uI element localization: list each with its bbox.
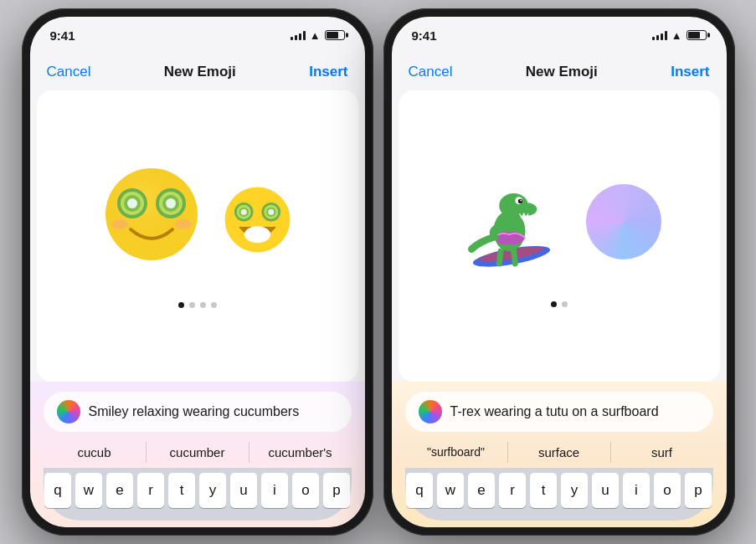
cucumber-laugh-svg	[222, 184, 293, 255]
dot-4-left	[211, 302, 217, 308]
key-p-right[interactable]: p	[685, 473, 712, 508]
dot-2-left	[189, 302, 195, 308]
keyboard-right: q w e r t y u i o p	[405, 468, 713, 521]
signal-icon-right	[652, 30, 667, 40]
screen-left: 9:41 ▲ Cancel New Emoji Insert	[30, 17, 365, 527]
pred-word-2-left[interactable]: cucumber	[147, 442, 249, 463]
predictive-row-left: cucub cucumber cucumber's	[44, 439, 352, 468]
trex-svg	[457, 166, 566, 275]
genmoji-icon-right	[419, 400, 442, 423]
phone-right: 9:41 ▲ Cancel New Emoji Insert	[383, 8, 735, 536]
input-section-left: Smiley relaxing wearing cucumbers cucub …	[30, 382, 365, 527]
key-q-left[interactable]: q	[44, 473, 71, 508]
search-row-right[interactable]: T-rex wearing a tutu on a surfboard	[405, 392, 713, 432]
key-u-right[interactable]: u	[592, 473, 619, 508]
key-t-left[interactable]: t	[168, 473, 195, 508]
pred-word-3-left[interactable]: cucumber's	[249, 442, 352, 463]
key-e-left[interactable]: e	[106, 473, 133, 508]
status-bar-right: 9:41 ▲	[392, 17, 727, 54]
key-row-1-left: q w e r t y u i o p	[47, 473, 348, 508]
key-e-right[interactable]: e	[468, 473, 495, 508]
pred-word-2-right[interactable]: surface	[508, 442, 611, 463]
page-dots-right	[551, 301, 568, 307]
status-time-right: 9:41	[412, 28, 437, 43]
trex-surfing-emoji[interactable]	[457, 166, 566, 278]
svg-point-21	[244, 226, 270, 243]
search-field-right[interactable]: T-rex wearing a tutu on a surfboard	[450, 404, 700, 419]
pred-word-3-right[interactable]: surf	[611, 442, 713, 463]
emoji-display-right	[399, 90, 720, 382]
key-r-left[interactable]: r	[137, 473, 164, 508]
dot-1-left	[178, 302, 184, 308]
pred-word-1-left[interactable]: cucub	[44, 442, 147, 463]
nav-bar-right: Cancel New Emoji Insert	[392, 54, 727, 90]
status-icons-left: ▲	[291, 29, 345, 42]
loading-circle-right	[586, 184, 661, 259]
svg-point-30	[520, 199, 522, 201]
emoji-main-left[interactable]	[101, 164, 202, 279]
search-row-left[interactable]: Smiley relaxing wearing cucumbers	[44, 392, 352, 432]
key-r-right[interactable]: r	[499, 473, 526, 508]
emoji-grid-left	[85, 147, 310, 295]
page-dots-left	[178, 302, 217, 308]
battery-icon-right	[687, 30, 707, 40]
keyboard-left: q w e r t y u i o p	[44, 468, 352, 521]
status-icons-right: ▲	[652, 29, 707, 42]
pred-word-1-right[interactable]: "surfboard"	[405, 442, 508, 463]
key-y-left[interactable]: y	[199, 473, 226, 508]
dot-2-right	[562, 301, 568, 307]
emoji-alt-left[interactable]	[222, 184, 293, 259]
wifi-icon-right: ▲	[671, 29, 682, 42]
key-w-left[interactable]: w	[75, 473, 102, 508]
emoji-grid-right	[440, 149, 678, 295]
key-i-left[interactable]: i	[261, 473, 288, 508]
input-section-right: T-rex wearing a tutu on a surfboard "sur…	[392, 382, 727, 527]
svg-point-29	[517, 198, 522, 203]
nav-title-right: New Emoji	[526, 64, 598, 80]
key-u-left[interactable]: u	[230, 473, 257, 508]
key-q-right[interactable]: q	[406, 473, 433, 508]
battery-icon-left	[325, 30, 345, 40]
key-y-right[interactable]: y	[561, 473, 588, 508]
nav-title-left: New Emoji	[164, 64, 236, 80]
key-row-1-right: q w e r t y u i o p	[409, 473, 710, 508]
svg-point-5	[127, 198, 137, 208]
key-p-left[interactable]: p	[323, 473, 350, 508]
cucumber-smiley-svg	[101, 164, 202, 264]
phone-left: 9:41 ▲ Cancel New Emoji Insert	[22, 8, 373, 536]
dot-1-right	[551, 301, 557, 307]
svg-point-10	[111, 219, 128, 229]
status-time-left: 9:41	[50, 28, 75, 43]
dot-3-left	[200, 302, 206, 308]
signal-icon-left	[291, 30, 306, 40]
wifi-icon-left: ▲	[310, 29, 321, 42]
insert-button-right[interactable]: Insert	[671, 64, 709, 80]
key-i-right[interactable]: i	[623, 473, 650, 508]
svg-point-9	[166, 198, 176, 208]
svg-point-1	[105, 168, 198, 260]
screen-right: 9:41 ▲ Cancel New Emoji Insert	[392, 17, 727, 527]
svg-point-16	[241, 209, 247, 215]
cancel-button-left[interactable]: Cancel	[47, 64, 91, 80]
genmoji-icon-left	[57, 400, 80, 423]
svg-point-20	[268, 209, 274, 215]
insert-button-left[interactable]: Insert	[309, 64, 347, 80]
key-t-right[interactable]: t	[530, 473, 557, 508]
status-bar-left: 9:41 ▲	[30, 17, 365, 54]
key-w-right[interactable]: w	[437, 473, 464, 508]
predictive-row-right: "surfboard" surface surf	[405, 439, 713, 468]
key-o-left[interactable]: o	[292, 473, 319, 508]
cancel-button-right[interactable]: Cancel	[409, 64, 453, 80]
svg-point-11	[175, 219, 192, 229]
nav-bar-left: Cancel New Emoji Insert	[30, 54, 365, 90]
search-field-left[interactable]: Smiley relaxing wearing cucumbers	[89, 404, 338, 419]
key-o-right[interactable]: o	[654, 473, 681, 508]
emoji-display-left	[37, 90, 358, 382]
